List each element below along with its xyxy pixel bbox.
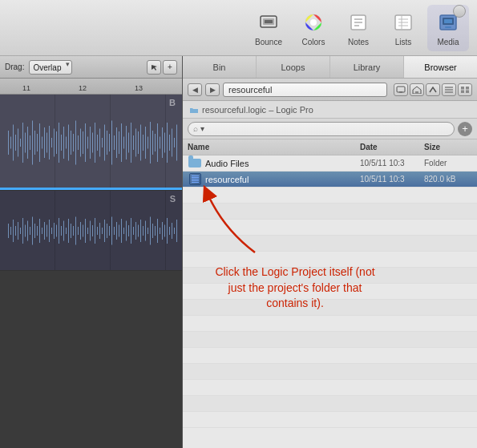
file-date-audio-files: 10/5/11 10:3 <box>360 159 424 167</box>
add-track-btn[interactable]: + <box>163 60 177 75</box>
track-lane-1: B <box>0 95 182 191</box>
file-list-header: Name Date Size <box>183 139 477 155</box>
forward-btn[interactable]: ▶ <box>205 83 220 96</box>
search-icon: ⌕ <box>193 124 198 133</box>
bounce-button[interactable]: Bounce <box>248 5 289 51</box>
logic-file-icon <box>188 173 202 186</box>
file-name-resourceful: resourceful <box>205 175 360 184</box>
file-date-resourceful: 10/5/11 10:3 <box>360 175 424 184</box>
lists-label: Lists <box>395 38 412 46</box>
svg-rect-20 <box>415 91 418 94</box>
track-1-blue-bar <box>0 188 182 190</box>
lists-button[interactable]: Lists <box>382 5 424 51</box>
main-area: Drag: Overlap + 11 12 13 <box>0 56 477 448</box>
ruler-mark-13: 13 <box>135 84 143 92</box>
svg-rect-26 <box>461 90 464 93</box>
empty-row <box>183 396 477 412</box>
empty-row <box>183 316 477 332</box>
drag-select[interactable]: Overlap <box>29 60 72 75</box>
svg-rect-27 <box>466 90 469 93</box>
empty-row <box>183 300 477 316</box>
waveform-2 <box>4 203 178 258</box>
tab-browser[interactable]: Browser <box>404 56 477 78</box>
media-icon <box>435 10 461 35</box>
colors-label: Colors <box>302 38 325 46</box>
empty-row <box>183 412 477 428</box>
file-name-audio-files: Audio Files <box>205 159 360 168</box>
track-lane-2: S <box>0 191 182 271</box>
col-name-header: Name <box>188 143 360 151</box>
ruler-mark-11: 11 <box>22 84 30 92</box>
svg-point-4 <box>310 19 317 26</box>
colors-button[interactable]: Colors <box>293 5 334 51</box>
timeline-ruler: 11 12 13 <box>0 79 182 95</box>
file-list: Audio Files 10/5/11 10:3 Folder resource… <box>183 155 477 448</box>
empty-row <box>183 380 477 396</box>
media-button[interactable]: Media <box>427 5 469 51</box>
colors-icon <box>301 10 326 35</box>
svg-rect-18 <box>397 87 405 92</box>
svg-rect-25 <box>466 87 469 90</box>
view-icon-up[interactable] <box>426 83 440 96</box>
empty-row <box>183 252 477 268</box>
view-icon-list[interactable] <box>442 83 456 96</box>
view-icon-monitor[interactable] <box>394 83 408 96</box>
browser-tabs: Bin Loops Library Browser <box>183 56 477 79</box>
bounce-icon <box>256 10 281 35</box>
svg-rect-16 <box>445 26 451 28</box>
empty-row <box>183 364 477 380</box>
search-bar: ⌕ ▾ + <box>183 119 477 139</box>
svg-rect-24 <box>461 87 464 90</box>
svg-rect-17 <box>444 19 452 23</box>
browser-view-icons <box>394 83 472 96</box>
file-size-resourceful: 820.0 kB <box>424 175 472 184</box>
breadcrumb-path: resourceful.logic – Logic Pro <box>202 105 313 115</box>
svg-rect-2 <box>265 20 273 23</box>
tab-bin[interactable]: Bin <box>183 56 257 78</box>
pointer-tool-btn[interactable] <box>147 60 161 75</box>
media-label: Media <box>437 38 459 46</box>
top-toolbar: Bounce Colors Notes <box>0 0 477 56</box>
empty-row <box>183 348 477 364</box>
empty-row <box>183 204 477 220</box>
left-panel: Drag: Overlap + 11 12 13 <box>0 56 183 448</box>
track-2-label: S <box>170 194 176 204</box>
notes-icon <box>346 10 371 35</box>
view-icon-grid[interactable] <box>458 83 472 96</box>
add-search-btn[interactable]: + <box>458 122 472 136</box>
notes-label: Notes <box>348 38 369 46</box>
folder-icon-breadcrumb <box>189 106 199 114</box>
view-icon-home[interactable] <box>410 83 424 96</box>
empty-row <box>183 220 477 236</box>
col-date-header: Date <box>360 143 424 151</box>
browser-toolbar: ◀ ▶ <box>183 79 477 101</box>
path-input[interactable] <box>223 83 387 97</box>
search-input-wrap[interactable]: ⌕ ▾ <box>188 122 455 136</box>
right-panel: Bin Loops Library Browser ◀ ▶ <box>183 56 477 448</box>
empty-row <box>183 268 477 284</box>
col-size-header: Size <box>424 143 472 151</box>
back-btn[interactable]: ◀ <box>188 83 202 96</box>
notes-button[interactable]: Notes <box>338 5 379 51</box>
drag-label: Drag: <box>5 63 24 71</box>
ruler-mark-12: 12 <box>79 84 87 92</box>
lists-icon <box>390 10 416 35</box>
waveform-1 <box>4 107 178 178</box>
empty-row <box>183 332 477 348</box>
drag-select-wrap[interactable]: Overlap <box>29 59 72 75</box>
file-row-resourceful[interactable]: resourceful 10/5/11 10:3 820.0 kB <box>183 172 477 188</box>
track-area: B <box>0 95 182 448</box>
search-dropdown-icon: ▾ <box>200 124 204 133</box>
tab-library[interactable]: Library <box>330 56 404 78</box>
file-row-audio-files[interactable]: Audio Files 10/5/11 10:3 Folder <box>183 155 477 172</box>
empty-row <box>183 284 477 300</box>
folder-file-icon <box>188 157 202 170</box>
file-size-audio-files: Folder <box>424 159 472 167</box>
left-toolbar: Drag: Overlap + <box>0 56 182 79</box>
track-1-label: B <box>169 98 176 107</box>
empty-row <box>183 188 477 204</box>
breadcrumb-bar: resourceful.logic – Logic Pro <box>183 101 477 119</box>
bounce-label: Bounce <box>255 38 282 46</box>
empty-row <box>183 236 477 252</box>
tab-loops[interactable]: Loops <box>257 56 330 78</box>
